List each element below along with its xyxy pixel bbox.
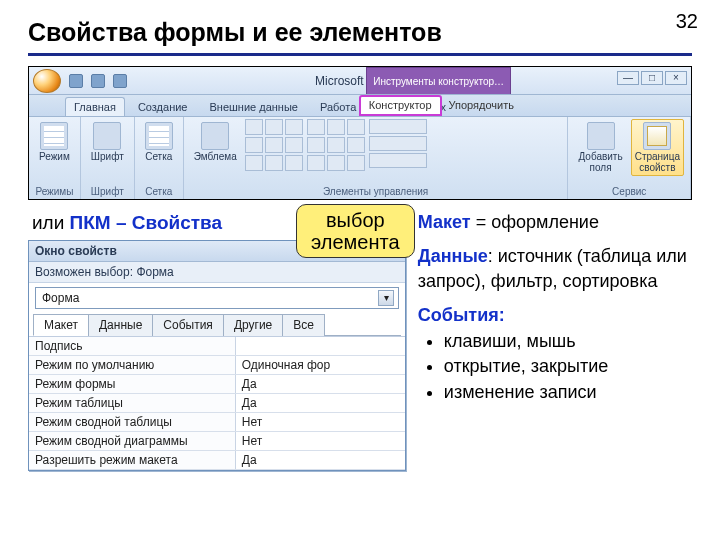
group-font: Шрифт Шрифт [81,117,135,199]
prop-name: Режим формы [29,375,236,393]
property-tabs: Макет Данные События Другие Все [33,313,401,336]
tab-external[interactable]: Внешние данные [201,97,307,116]
font-button[interactable]: Шрифт [87,119,128,165]
prop-name: Режим сводной диаграммы [29,432,236,450]
group-gridlines: Сетка Сетка [135,117,184,199]
ribbon-tabs: Главная Создание Внешние данные Работа с… [29,95,691,117]
add-fields-button[interactable]: Добавить поля [574,119,626,176]
list-item: изменение записи [444,380,692,404]
titlebar: Microsoft Access Инструменты конструктор… [29,67,691,95]
chevron-down-icon[interactable]: ▾ [378,290,394,306]
quick-access-toolbar[interactable] [69,74,127,88]
tab-arrange[interactable]: Упорядочить [442,95,521,116]
list-item: клавиши, мышь [444,329,692,353]
prop-name: Разрешить режим макета [29,451,236,469]
prop-value[interactable]: Да [236,394,405,412]
object-selector[interactable]: Форма ▾ [35,287,399,309]
prop-name: Подпись [29,337,236,355]
property-tab-format[interactable]: Макет [33,314,89,336]
prop-name: Режим сводной таблицы [29,413,236,431]
controls-extra[interactable] [369,119,427,168]
view-button[interactable]: Режим [35,119,74,165]
tab-constructor[interactable]: Конструктор [359,95,442,116]
property-tab-data[interactable]: Данные [88,314,153,336]
property-sheet-subtitle: Возможен выбор: Форма [29,262,405,283]
callout-element-select: выбор элемента [296,204,415,258]
maximize-button[interactable]: □ [641,71,663,85]
window-buttons[interactable]: — □ × [617,71,687,85]
prop-name: Режим таблицы [29,394,236,412]
prop-value[interactable]: Нет [236,413,405,431]
property-tab-all[interactable]: Все [282,314,325,336]
close-button[interactable]: × [665,71,687,85]
ribbon: Microsoft Access Инструменты конструктор… [28,66,692,200]
group-views: Режим Режимы [29,117,81,199]
controls-gallery[interactable] [245,119,303,171]
list-item: открытие, закрытие [444,354,692,378]
controls-gallery-2[interactable] [307,119,365,171]
page-number: 32 [676,10,698,33]
minimize-button[interactable]: — [617,71,639,85]
prop-value[interactable] [236,337,405,355]
group-controls: Эмблема Элементы управления [184,117,569,199]
prop-value[interactable]: Да [236,451,405,469]
prop-name: Режим по умолчанию [29,356,236,374]
group-tools: Добавить поля Страница свойств Сервис [568,117,691,199]
tab-home[interactable]: Главная [65,97,125,116]
property-grid: Подпись Режим по умолчаниюОдиночная фор … [29,336,405,470]
property-tab-other[interactable]: Другие [223,314,283,336]
ribbon-body: Режим Режимы Шрифт Шрифт Сетка Сетка Эмб… [29,117,691,199]
prop-value[interactable]: Нет [236,432,405,450]
explanation: Макет = оформление Данные: источник (таб… [418,210,692,414]
prop-value[interactable]: Да [236,375,405,393]
title-rule [28,53,692,56]
prop-value[interactable]: Одиночная фор [236,356,405,374]
office-button[interactable] [33,69,61,93]
grid-button[interactable]: Сетка [141,119,177,165]
property-tab-event[interactable]: События [152,314,224,336]
tab-create[interactable]: Создание [129,97,197,116]
property-sheet-button[interactable]: Страница свойств [631,119,684,176]
contextual-tab-title: Инструменты конструктор… [366,67,511,94]
emblem-button[interactable]: Эмблема [190,119,241,165]
property-sheet-window: Окно свойств × Возможен выбор: Форма Фор… [28,240,406,471]
page-title: Свойства формы и ее элементов [28,18,692,47]
